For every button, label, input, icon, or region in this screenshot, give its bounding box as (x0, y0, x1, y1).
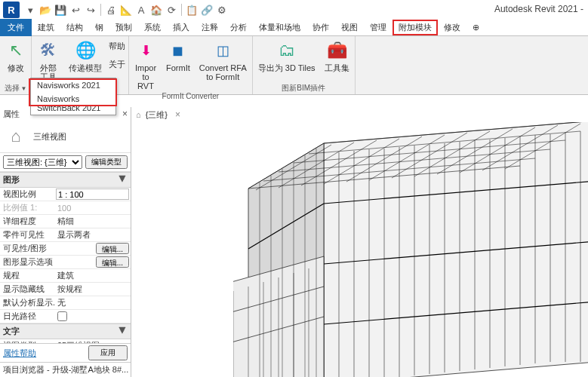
prop-sun-path-key: 日光路径 (0, 311, 54, 322)
tab-context-icon[interactable]: ⊕ (466, 20, 485, 35)
convert-rfa-button[interactable]: ◫ Convert RFA to FormIt (197, 38, 249, 83)
qat-redo-icon[interactable]: ↪ (83, 2, 98, 17)
qat-undo-icon[interactable]: ↩ (68, 2, 83, 17)
apply-button[interactable]: 应用 (88, 345, 128, 360)
prop-part-vis-value[interactable]: 显示两者 (56, 229, 91, 241)
panel-formit: ⬇ Impor to RVT ◼ FormIt ◫ Convert RFA to… (129, 36, 253, 94)
panel-bim-title: 图新BIM插件 (282, 83, 325, 94)
tab-steel[interactable]: 钢 (89, 20, 109, 35)
expand-icon[interactable]: ⯆ (119, 174, 126, 182)
dropdown-navisworks[interactable]: Navisworks 2021 (31, 78, 115, 92)
tab-manage[interactable]: 管理 (364, 20, 393, 35)
modify-label: 修改 (8, 63, 24, 72)
prop-part-vis-key: 零件可见性 (0, 229, 54, 241)
qat-settings-icon[interactable]: ⚙ (214, 2, 229, 17)
properties-title: 属性 (3, 109, 20, 120)
help-button[interactable]: 帮助 (109, 41, 125, 52)
convert-rfa-label: Convert RFA to FormIt (199, 63, 247, 81)
transfer-model-label: 传递模型 (69, 63, 102, 72)
section-graphics[interactable]: 图形⯆ (0, 172, 131, 188)
tab-structure[interactable]: 结构 (60, 20, 89, 35)
import-rvt-button[interactable]: ⬇ Impor to RVT (132, 38, 159, 92)
tab-insert[interactable]: 插入 (167, 20, 195, 35)
section-text[interactable]: 文字⯆ (0, 323, 131, 339)
tab-analyze[interactable]: 分析 (224, 20, 253, 35)
prop-vis-graphics-key: 可见性/图形 (0, 243, 54, 254)
formit-button[interactable]: ◼ FormIt (164, 38, 192, 74)
transfer-model-button[interactable]: 🌐 传递模型 (66, 38, 104, 74)
toolset-button[interactable]: 🧰 工具集 (322, 38, 352, 74)
external-tools-button[interactable]: 🛠 外部 工具 (35, 38, 62, 83)
app-menu-dropdown-icon[interactable]: ▾ (23, 2, 38, 17)
tab-addins[interactable]: 附加模块 (393, 20, 438, 35)
close-icon[interactable]: × (175, 109, 180, 120)
revit-logo: R (3, 2, 20, 18)
project-browser-header[interactable]: 项目浏览器 - 升级-湖墅A地块 8#... (0, 362, 131, 377)
export-3dtiles-label: 导出为 3D Tiles (258, 63, 316, 72)
prop-detail-level-value[interactable]: 精细 (56, 216, 74, 227)
export-3dtiles-button[interactable]: 🗂 导出为 3D Tiles (256, 38, 318, 74)
prop-sun-path-checkbox[interactable] (57, 311, 67, 321)
expand-icon[interactable]: ⯆ (119, 326, 126, 334)
panel-select-title: 选择 (5, 84, 20, 92)
properties-help-link[interactable]: 属性帮助 (3, 348, 36, 359)
prop-show-hidden-value[interactable]: 按规程 (56, 284, 82, 295)
view-tab[interactable]: ⌂ {三维} × (131, 107, 185, 122)
prop-scale-value: 100 (56, 204, 71, 213)
tab-file[interactable]: 文件 (0, 19, 32, 36)
prop-view-scale-input[interactable] (56, 188, 129, 200)
building-model-graphic (233, 122, 588, 377)
prop-default-anal-value[interactable]: 无 (56, 297, 66, 308)
formit-label: FormIt (166, 63, 190, 72)
qat-open-icon[interactable]: 📂 (38, 2, 53, 17)
panel-formit-title: FormIt Converter (162, 92, 220, 101)
tab-systems[interactable]: 系统 (138, 20, 167, 35)
view-tab-label: {三维} (146, 109, 168, 121)
qat-link-icon[interactable]: 🔗 (199, 2, 214, 17)
tools-icon: 🛠 (37, 39, 60, 62)
external-tools-dropdown: Navisworks 2021 Navisworks SwitchBack 20… (30, 78, 116, 115)
export-icon: 🗂 (276, 39, 298, 62)
qat-measure-icon[interactable]: 📐 (119, 2, 134, 17)
panel-select: ↖ 修改 选择▼ (0, 36, 32, 94)
qat-sync-icon[interactable]: ⟳ (164, 2, 179, 17)
dropdown-navisworks-switchback[interactable]: Navisworks SwitchBack 2021 (31, 92, 115, 115)
close-icon[interactable]: × (122, 109, 128, 119)
prop-view-scale-key: 视图比例 (0, 188, 54, 200)
prop-detail-level-key: 详细程度 (0, 216, 54, 227)
tab-precast[interactable]: 预制 (109, 20, 138, 35)
prop-default-anal-key: 默认分析显示... (0, 297, 54, 308)
tab-modify[interactable]: 修改 (438, 20, 466, 35)
edit-type-button[interactable]: 编辑类型 (85, 155, 128, 169)
prop-discipline-value[interactable]: 建筑 (56, 270, 74, 281)
properties-grid: 图形⯆ 视图比例 比例值 1:100 详细程度精细 零件可见性显示两者 可见性/… (0, 172, 131, 343)
tab-view[interactable]: 视图 (335, 20, 364, 35)
qat-text-icon[interactable]: A (134, 2, 149, 17)
ribbon-tabs: 文件 建筑 结构 钢 预制 系统 插入 注释 分析 体量和场地 协作 视图 管理… (0, 20, 588, 36)
tab-annotate[interactable]: 注释 (195, 20, 224, 35)
tab-architecture[interactable]: 建筑 (32, 20, 60, 35)
house-icon: ⌂ (3, 125, 29, 148)
type-name-label: 三维视图 (33, 131, 66, 143)
type-selector[interactable]: ⌂ 三维视图 (0, 121, 131, 153)
3d-viewport[interactable] (131, 122, 588, 377)
app-title: Autodesk Revit 2021 - (494, 4, 583, 14)
prop-graphic-disp-button[interactable]: 编辑... (96, 256, 129, 268)
qat-save-icon[interactable]: 💾 (53, 2, 68, 17)
qat-clipboard-icon[interactable]: 📋 (184, 2, 199, 17)
import-rvt-label: Impor to RVT (135, 63, 156, 90)
qat-print-icon[interactable]: 🖨 (103, 2, 119, 17)
chevron-down-icon[interactable]: ▼ (21, 85, 27, 92)
panel-bim: 🗂 导出为 3D Tiles 🧰 工具集 图新BIM插件 (253, 36, 356, 94)
modify-button[interactable]: ↖ 修改 (2, 38, 29, 74)
prop-vis-graphics-button[interactable]: 编辑... (96, 243, 129, 254)
about-button[interactable]: 关于 (109, 59, 125, 70)
import-icon: ⬇ (134, 39, 157, 62)
home-icon: ⌂ (136, 110, 141, 119)
toolset-icon: 🧰 (325, 39, 348, 62)
tab-massing[interactable]: 体量和场地 (253, 20, 306, 35)
prop-graphic-disp-key: 图形显示选项 (0, 256, 54, 268)
qat-home-icon[interactable]: 🏠 (149, 2, 164, 17)
tab-collaborate[interactable]: 协作 (306, 20, 335, 35)
instance-combo[interactable]: 三维视图: {三维} (3, 155, 82, 169)
